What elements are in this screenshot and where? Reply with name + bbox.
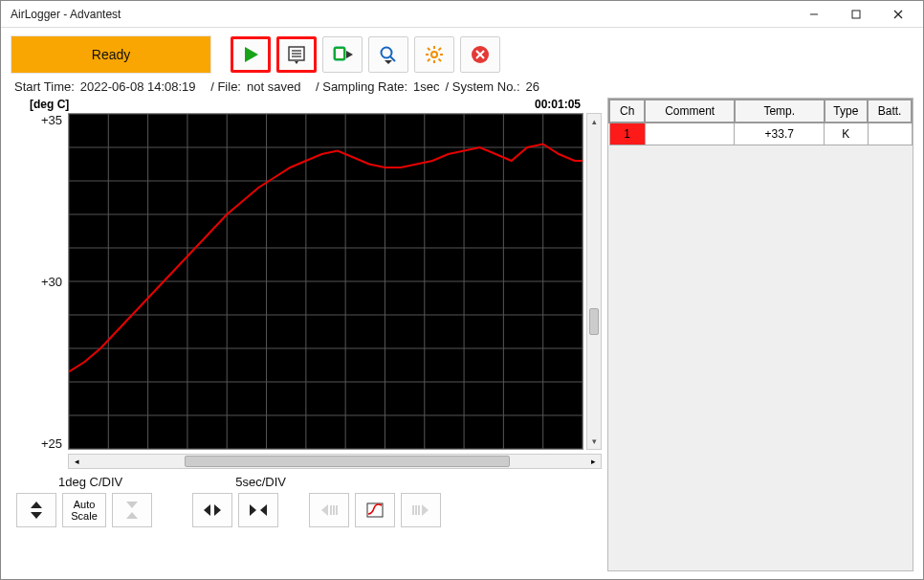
svg-marker-69 — [422, 504, 429, 516]
meta-info: Start Time: 2022-06-08 14:08:19 / File: … — [1, 78, 923, 98]
svg-marker-60 — [260, 504, 267, 516]
start-time-value: 2022-06-08 14:08:19 — [80, 79, 196, 94]
svg-marker-57 — [204, 504, 210, 516]
auto-scale-button[interactable]: Auto Scale — [62, 493, 106, 527]
chart-controls: Auto Scale — [11, 489, 602, 527]
scroll-up-button[interactable]: ▴ — [587, 114, 601, 129]
scroll-down-button[interactable]: ▾ — [587, 434, 601, 449]
col-type[interactable]: Type — [825, 100, 869, 123]
svg-marker-12 — [346, 51, 353, 58]
col-ch[interactable]: Ch — [609, 100, 645, 123]
scroll-thumb[interactable] — [589, 308, 599, 335]
svg-marker-53 — [31, 502, 42, 508]
svg-line-24 — [428, 59, 430, 62]
y-scale-updown-button[interactable] — [16, 493, 56, 527]
svg-rect-11 — [336, 49, 343, 58]
x-division-label: 5sec/DIV — [235, 475, 294, 489]
x-compress-button[interactable] — [238, 493, 278, 527]
minimize-button[interactable] — [793, 2, 835, 27]
y-unit-label: [deg C] — [30, 98, 69, 111]
compress-horiz-icon — [248, 502, 269, 518]
svg-rect-63 — [333, 505, 335, 515]
sysno-value: 26 — [526, 79, 539, 94]
start-time-label: Start Time: — [14, 79, 75, 94]
y-division-label: 1deg C/DIV — [11, 475, 130, 489]
marker-icon — [365, 502, 385, 519]
scroll-right-button[interactable]: ▸ — [585, 455, 601, 468]
svg-marker-15 — [385, 60, 392, 64]
svg-line-21 — [428, 48, 430, 51]
cell-temp: +33.7 — [735, 123, 825, 145]
svg-rect-1 — [852, 11, 860, 18]
compress-vert-icon — [124, 500, 140, 521]
cell-type: K — [825, 123, 869, 145]
svg-line-22 — [439, 59, 442, 62]
cell-comment — [645, 123, 735, 145]
status-ready: Ready — [11, 35, 211, 74]
svg-marker-55 — [126, 502, 138, 508]
channel-panel: Ch Comment Temp. Type Batt. 1 +33.7 K — [607, 98, 913, 571]
chart-horizontal-scrollbar[interactable]: ◂ ▸ — [68, 454, 602, 469]
svg-line-23 — [439, 48, 442, 51]
y-tick: +25 — [41, 435, 62, 450]
play-icon — [241, 45, 260, 64]
settings-button[interactable] — [414, 36, 454, 73]
file-value: not saved — [247, 79, 300, 94]
window-title: AirLogger - Advantest — [11, 8, 793, 21]
export-button[interactable] — [322, 36, 363, 73]
rate-label: / Sampling Rate: — [316, 79, 407, 94]
svg-rect-64 — [336, 505, 338, 515]
list-icon — [287, 45, 306, 64]
svg-rect-62 — [330, 505, 332, 515]
y-tick: +30 — [41, 275, 62, 289]
svg-rect-66 — [412, 505, 414, 515]
svg-rect-68 — [418, 505, 420, 515]
svg-point-13 — [382, 48, 392, 58]
list-view-button[interactable] — [276, 36, 317, 73]
svg-marker-54 — [31, 512, 42, 519]
chart-plot[interactable] — [68, 113, 583, 450]
auto-scale-label: Auto Scale — [71, 499, 98, 522]
svg-point-16 — [431, 52, 437, 57]
x-scale-leftright-button[interactable] — [192, 493, 232, 527]
elapsed-time: 00:01:05 — [535, 98, 598, 111]
col-comment[interactable]: Comment — [645, 100, 735, 123]
goto-end-icon — [410, 502, 431, 518]
updown-icon — [29, 500, 44, 521]
goto-start-button[interactable] — [309, 493, 349, 527]
col-temp[interactable]: Temp. — [735, 100, 825, 123]
export-icon — [332, 45, 353, 64]
goto-start-icon — [319, 502, 340, 518]
close-button[interactable] — [877, 2, 919, 27]
scroll-thumb[interactable] — [185, 456, 511, 467]
magnifier-icon — [379, 45, 398, 64]
svg-marker-9 — [295, 61, 298, 64]
scroll-left-button[interactable]: ◂ — [69, 455, 84, 468]
y-axis: +35 +30 +25 — [11, 113, 68, 450]
rate-value: 1sec — [413, 79, 439, 94]
title-bar: AirLogger - Advantest — [1, 1, 923, 28]
cancel-button[interactable] — [460, 36, 500, 73]
cell-batt — [868, 123, 912, 145]
chart-vertical-scrollbar[interactable]: ▴ ▾ — [586, 113, 602, 450]
table-row[interactable]: 1 +33.7 K — [609, 123, 912, 145]
y-compress-button[interactable] — [112, 493, 152, 527]
maximize-button[interactable] — [835, 2, 877, 27]
play-button[interactable] — [231, 36, 271, 73]
zoom-button[interactable] — [368, 36, 408, 73]
svg-marker-61 — [321, 504, 328, 516]
col-batt[interactable]: Batt. — [868, 100, 912, 123]
cancel-icon — [471, 45, 490, 64]
gear-icon — [425, 45, 444, 64]
file-label: / File: — [210, 79, 241, 94]
goto-end-button[interactable] — [401, 493, 441, 527]
svg-marker-59 — [250, 504, 256, 516]
svg-marker-58 — [214, 504, 221, 516]
cell-ch: 1 — [609, 123, 645, 145]
marker-button[interactable] — [355, 493, 395, 527]
channel-table: Ch Comment Temp. Type Batt. 1 +33.7 K — [608, 99, 913, 145]
y-tick: +35 — [41, 113, 62, 127]
svg-marker-56 — [126, 512, 138, 519]
svg-rect-67 — [415, 505, 417, 515]
toolbar: Ready — [1, 28, 923, 78]
